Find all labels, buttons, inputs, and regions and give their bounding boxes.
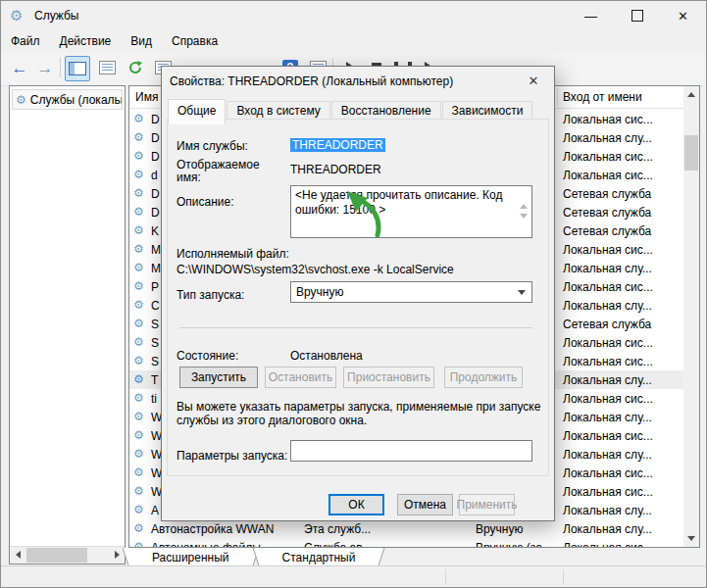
apply-button: Применить xyxy=(459,494,515,515)
service-name: Автонастройка WWAN xyxy=(151,522,274,536)
service-logon: Локальная слу... xyxy=(563,373,652,387)
service-logon: Сетевая служба xyxy=(563,187,651,201)
service-logon: Локальная сис... xyxy=(563,280,653,294)
dialog-tabs: Общие Вход в систему Восстановление Зави… xyxy=(168,99,533,120)
startup-type-value: Вручную xyxy=(296,285,343,299)
forward-icon[interactable]: → xyxy=(33,56,57,79)
startup-type-select[interactable]: Вручную xyxy=(290,281,532,303)
service-name: C xyxy=(151,299,160,313)
show-console-tree-icon[interactable] xyxy=(65,56,90,81)
dialog-close-icon[interactable]: ✕ xyxy=(515,69,552,93)
list-vertical-scrollbar[interactable] xyxy=(683,86,699,547)
tree-horizontal-scrollbar[interactable] xyxy=(10,546,125,564)
menubar: Файл Действие Вид Справка xyxy=(1,30,227,52)
service-logon: Локальная сис... xyxy=(563,113,653,126)
service-logon: Локальная сис... xyxy=(563,466,653,480)
service-logon: Сетевая служба xyxy=(563,318,651,331)
params-input[interactable] xyxy=(290,440,532,462)
service-gear-icon: ⚙ xyxy=(133,541,144,548)
scroll-up-icon[interactable] xyxy=(520,190,528,205)
service-gear-icon: ⚙ xyxy=(133,373,144,385)
service-gear-icon: ⚙ xyxy=(133,392,144,404)
column-header-name[interactable]: Имя xyxy=(135,90,158,104)
service-gear-icon: ⚙ xyxy=(133,262,144,273)
service-name: T xyxy=(151,373,158,387)
scroll-thumb[interactable] xyxy=(684,135,698,171)
service-logon: Локальная сис... xyxy=(563,355,653,368)
service-logon: Локальная слу... xyxy=(563,262,652,275)
service-name: Автономные файлы xyxy=(151,541,261,548)
service-gear-icon: ⚙ xyxy=(133,355,144,367)
menu-action[interactable]: Действие xyxy=(50,31,122,51)
scroll-thumb[interactable] xyxy=(26,548,87,563)
tree-item-services-local[interactable]: ⚙ Службы (локальные) xyxy=(12,89,123,110)
resume-button: Продолжить xyxy=(444,367,523,388)
scroll-down-icon[interactable] xyxy=(683,530,699,547)
service-name-value[interactable]: THREADORDER xyxy=(290,138,385,152)
menu-file[interactable]: Файл xyxy=(1,31,50,51)
refresh-icon[interactable] xyxy=(124,56,147,79)
service-logon: Локальная сис... xyxy=(563,150,653,164)
service-row[interactable]: ⚙Автонастройка WWANЭта служб...ВручнуюЛо… xyxy=(129,519,683,538)
tab-logon[interactable]: Вход в систему xyxy=(227,101,329,121)
properties-glyph xyxy=(99,61,116,74)
service-gear-icon: ⚙ xyxy=(133,448,144,460)
params-label: Параметры запуска: xyxy=(177,449,287,463)
properties-icon[interactable] xyxy=(95,56,119,79)
statusbar xyxy=(1,565,706,587)
service-gear-icon: ⚙ xyxy=(133,224,144,236)
divider xyxy=(179,327,532,328)
cancel-button[interactable]: Отмена xyxy=(397,494,453,515)
scroll-up-icon[interactable] xyxy=(683,86,699,103)
description-box[interactable]: <Не удается прочитать описание. Код ошиб… xyxy=(290,185,532,238)
menu-view[interactable]: Вид xyxy=(121,31,162,51)
service-name: D xyxy=(151,206,160,220)
service-gear-icon: ⚙ xyxy=(133,131,144,143)
back-icon[interactable]: ← xyxy=(8,56,31,79)
scroll-left-icon[interactable] xyxy=(10,547,25,563)
service-logon: Локальная сис... xyxy=(563,485,653,499)
startup-type-label: Тип запуска: xyxy=(177,288,244,302)
service-name: A xyxy=(151,504,159,517)
service-logon: Локальная сис... xyxy=(563,336,653,350)
scroll-down-icon[interactable] xyxy=(520,219,528,233)
ok-button[interactable]: ОК xyxy=(328,494,384,515)
service-gear-icon: ⚙ xyxy=(133,411,144,422)
service-logon: Сетевая служба xyxy=(563,224,651,238)
start-button[interactable]: Запустить xyxy=(179,367,258,388)
service-row[interactable]: ⚙Автономные файлыСлужба ав...Вручную (за… xyxy=(129,538,683,548)
service-startup-type: Вручную xyxy=(476,522,523,536)
service-logon: Локальная слу... xyxy=(563,299,652,313)
description-text: <Не удается прочитать описание. Код ошиб… xyxy=(295,188,502,217)
service-logon: Локальная сис... xyxy=(563,169,653,182)
exe-label: Исполняемый файл: xyxy=(177,247,289,261)
service-name: D xyxy=(151,113,160,126)
menu-help[interactable]: Справка xyxy=(162,31,227,51)
service-logon: Локальная слу... xyxy=(563,448,652,462)
tab-dependencies[interactable]: Зависимости xyxy=(442,101,533,121)
service-name: D xyxy=(151,150,160,164)
console-tree-glyph xyxy=(69,62,86,75)
minimize-button[interactable]: — xyxy=(568,1,614,30)
service-name: P xyxy=(151,280,159,294)
column-separator[interactable] xyxy=(557,88,558,106)
tab-general[interactable]: Общие xyxy=(168,99,226,124)
service-gear-icon: ⚙ xyxy=(133,243,144,255)
service-name: S xyxy=(151,318,159,331)
state-value: Остановлена xyxy=(290,349,363,363)
maximize-button[interactable] xyxy=(614,1,660,30)
service-logon: Локальная слу... xyxy=(563,411,652,424)
tab-recovery[interactable]: Восстановление xyxy=(331,101,441,121)
service-name: d xyxy=(151,169,158,182)
service-name: K xyxy=(151,224,159,238)
services-gear-icon: ⚙ xyxy=(16,94,26,106)
chevron-down-icon xyxy=(518,290,526,295)
toolbar-separator xyxy=(60,58,61,77)
close-button[interactable]: ✕ xyxy=(660,1,706,30)
column-header-logon[interactable]: Вход от имени xyxy=(563,90,642,104)
service-gear-icon: ⚙ xyxy=(133,169,144,180)
service-name: M xyxy=(151,243,161,257)
service-name-label: Имя службы: xyxy=(177,139,248,153)
annotation-arrow-icon xyxy=(344,190,387,237)
service-startup-type: Вручную (за... xyxy=(476,541,552,548)
